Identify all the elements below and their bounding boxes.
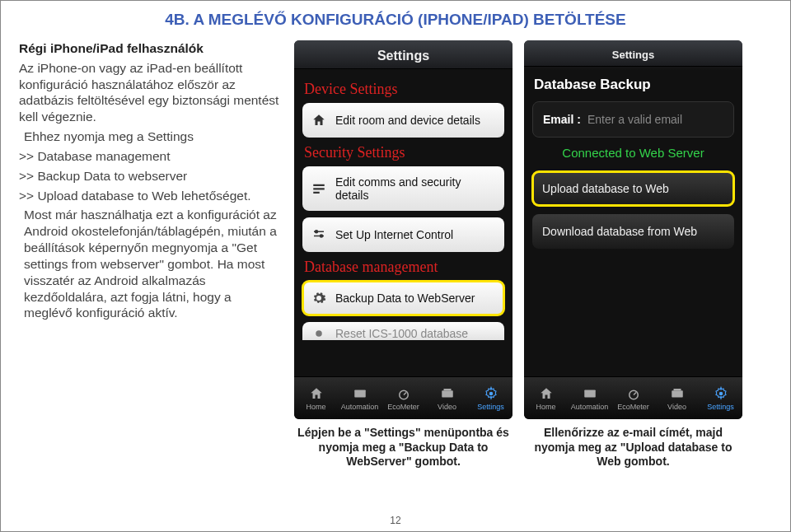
svg-rect-0 xyxy=(313,184,325,186)
content-columns: Régi iPhone/iPad felhasználók Az iPhone-… xyxy=(1,40,790,469)
page-title: 4B. A MEGLÉVŐ KONFIGURÁCIÓ (IPHONE/IPAD)… xyxy=(1,1,790,40)
row-download-db-label: Download database from Web xyxy=(542,225,697,238)
tab-ecometer-label: EcoMeter xyxy=(617,403,649,411)
svg-rect-18 xyxy=(673,389,681,390)
phone1-tabbar: Home Automation EcoMeter Video Settings xyxy=(294,376,513,419)
row-reset-db[interactable]: Reset ICS-1000 database xyxy=(302,322,504,340)
tab-automation[interactable]: Automation xyxy=(338,377,381,419)
tab-home-label: Home xyxy=(306,403,325,411)
section-database-management: Database management xyxy=(304,259,504,276)
paragraph-2: Most már használhatja ezt a konfiguráció… xyxy=(24,207,283,321)
phone2-title: Settings xyxy=(524,40,742,67)
phone-screenshot-2: Settings Database Backup Email : Enter a… xyxy=(524,40,742,419)
tab-automation-label: Automation xyxy=(571,403,609,411)
section-device-settings: Device Settings xyxy=(304,81,504,98)
paragraph-1c: >> Database management xyxy=(19,148,283,165)
row-upload-db[interactable]: Upload database to Web xyxy=(532,171,734,206)
gear-icon xyxy=(311,290,327,306)
tab-video[interactable]: Video xyxy=(425,377,469,419)
svg-rect-11 xyxy=(442,390,453,397)
row-internet-control[interactable]: Set Up Internet Control xyxy=(302,217,504,252)
tab-settings[interactable]: Settings xyxy=(699,377,742,419)
tab-settings-label: Settings xyxy=(707,403,734,411)
phone-screenshot-1: Settings Device Settings Edit room and d… xyxy=(294,40,513,419)
page-number: 12 xyxy=(1,515,790,526)
connection-status: Connected to Web Server xyxy=(532,146,734,160)
svg-rect-17 xyxy=(672,390,683,397)
email-label: Email : xyxy=(543,113,581,126)
svg-rect-2 xyxy=(313,192,320,194)
email-input-row[interactable]: Email : Enter a valid email xyxy=(532,101,734,138)
row-backup-data[interactable]: Backup Data to WebServer xyxy=(302,281,504,315)
svg-line-10 xyxy=(404,392,406,394)
list-icon xyxy=(311,180,327,197)
section-security-settings: Security Settings xyxy=(304,144,504,161)
tab-ecometer[interactable]: EcoMeter xyxy=(611,377,655,419)
tab-home-label: Home xyxy=(536,403,555,411)
database-backup-heading: Database Backup xyxy=(534,77,734,93)
svg-point-7 xyxy=(316,330,322,337)
phone2-body: Database Backup Email : Enter a valid em… xyxy=(524,67,742,376)
row-upload-db-label: Upload database to Web xyxy=(542,182,669,195)
row-edit-comms-label: Edit comms and security details xyxy=(335,175,496,202)
paragraph-1d: >> Backup Data to webserver xyxy=(19,168,283,184)
tab-automation-label: Automation xyxy=(341,403,379,411)
paragraph-1e: >> Upload database to Web lehetőséget. xyxy=(19,188,283,204)
screenshot-1-column: Settings Device Settings Edit room and d… xyxy=(294,40,513,469)
paragraph-1a: Az iPhone-on vagy az iPad-en beállított … xyxy=(19,60,283,125)
paragraph-1b: Ehhez nyomja meg a Settings xyxy=(24,128,283,145)
home-icon xyxy=(311,112,327,128)
svg-rect-1 xyxy=(313,188,325,189)
tab-video[interactable]: Video xyxy=(655,377,699,419)
email-placeholder: Enter a valid email xyxy=(587,113,682,126)
row-edit-comms[interactable]: Edit comms and security details xyxy=(302,166,504,211)
tab-video-label: Video xyxy=(438,403,456,411)
row-download-db[interactable]: Download database from Web xyxy=(532,214,734,249)
gear-icon xyxy=(311,325,327,341)
svg-point-6 xyxy=(321,235,323,237)
svg-point-5 xyxy=(316,231,318,233)
screenshot-1-caption: Lépjen be a "Settings" menüpontba és nyo… xyxy=(294,426,513,469)
row-edit-room-label: Edit room and device details xyxy=(335,114,480,127)
sliders-icon xyxy=(311,226,327,243)
screenshot-2-column: Settings Database Backup Email : Enter a… xyxy=(524,40,742,469)
svg-rect-8 xyxy=(354,390,366,397)
row-internet-control-label: Set Up Internet Control xyxy=(335,228,453,241)
row-backup-data-label: Backup Data to WebServer xyxy=(335,292,475,305)
instruction-text-column: Régi iPhone/iPad felhasználók Az iPhone-… xyxy=(19,40,283,469)
row-reset-db-label: Reset ICS-1000 database xyxy=(335,327,468,340)
tab-ecometer[interactable]: EcoMeter xyxy=(381,377,425,419)
tab-home[interactable]: Home xyxy=(294,377,338,419)
tab-automation[interactable]: Automation xyxy=(568,377,611,419)
phone2-tabbar: Home Automation EcoMeter Video Settings xyxy=(524,376,742,419)
tab-home[interactable]: Home xyxy=(524,377,568,419)
screenshot-2-caption: Ellenőrizze az e-mail címét, majd nyomja… xyxy=(524,426,742,469)
tab-settings-label: Settings xyxy=(477,403,504,411)
row-edit-room[interactable]: Edit room and device details xyxy=(302,103,504,138)
svg-rect-12 xyxy=(443,389,451,390)
svg-point-19 xyxy=(718,391,723,395)
phone1-title: Settings xyxy=(294,40,513,69)
svg-point-13 xyxy=(489,391,493,395)
tab-ecometer-label: EcoMeter xyxy=(387,403,419,411)
svg-line-16 xyxy=(634,392,636,394)
text-heading-bold: Régi iPhone/iPad felhasználók xyxy=(19,40,283,57)
tab-video-label: Video xyxy=(667,403,686,411)
tab-settings[interactable]: Settings xyxy=(469,377,513,419)
phone1-body: Device Settings Edit room and device det… xyxy=(294,69,513,376)
svg-rect-14 xyxy=(584,390,596,397)
